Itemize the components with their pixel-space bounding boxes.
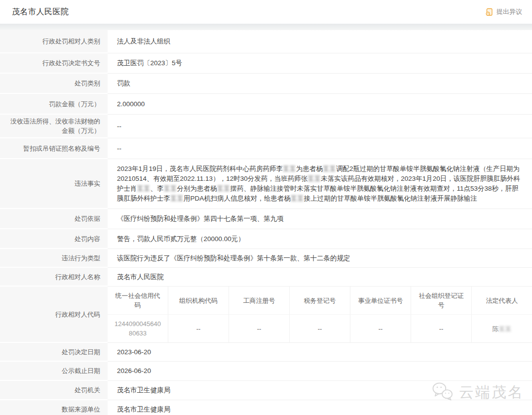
row-counterpart-name: 行政相对人名称 茂名市人民医院 bbox=[0, 268, 532, 287]
illegal-facts-text: 2023年1月19日，茂名市人民医院药剂科中心药房药师李某某为患者杨某某调配2瓶… bbox=[117, 164, 523, 204]
field-label: 行政处罚相对人类别 bbox=[0, 30, 108, 53]
row-publicity-end-date: 公示截止日期 2026-06-20 bbox=[0, 362, 532, 381]
row-penalty-category: 处罚类别 罚款 bbox=[0, 74, 532, 94]
field-value: 法人及非法人组织 bbox=[108, 30, 532, 53]
credit-code-value: 124409004564080633 bbox=[114, 319, 162, 338]
corp-col-header: 事业单位证书号 bbox=[350, 287, 411, 314]
business-reg-no-value: -- bbox=[228, 314, 289, 342]
field-value: 该医院行为违反了《医疗纠纷预防和处理条例》第十条第一款、第十二条的规定 bbox=[108, 249, 532, 268]
row-confiscation-amount: 没收违法所得、没收非法财物的金额（万元） -- bbox=[0, 115, 532, 138]
row-data-source: 数据来源单位 茂名市卫生健康局 bbox=[0, 400, 532, 415]
text-segment: 为患者杨 bbox=[296, 165, 323, 172]
redacted-name: 某某 bbox=[307, 175, 321, 182]
text-segment: 陈 bbox=[493, 324, 499, 333]
field-label: 没收违法所得、没收非法财物的金额（万元） bbox=[0, 115, 108, 138]
corp-table-header-row: 统一社会信用代码 组织机构代码 工商注册号 税务登记号 事业单位证书号 社会组织… bbox=[108, 287, 532, 314]
raise-objection-button[interactable]: 提出异议 bbox=[485, 7, 522, 16]
unified-social-credit-code: 124409004564080633 bbox=[108, 314, 168, 342]
redacted-name: 某某 bbox=[170, 195, 184, 202]
corp-col-header: 组织机构代码 bbox=[168, 287, 228, 314]
field-label: 行政相对人名称 bbox=[0, 268, 108, 287]
institution-cert-no-value: -- bbox=[350, 314, 411, 342]
field-label: 行政相对人代码 bbox=[0, 287, 108, 343]
row-violation-type: 违法行为类型 该医院行为违反了《医疗纠纷预防和处理条例》第十条第一款、第十二条的… bbox=[0, 249, 532, 268]
objection-document-icon bbox=[485, 8, 494, 16]
redacted-name: 某某 bbox=[323, 165, 336, 172]
redacted-name: 某某 bbox=[164, 185, 177, 192]
text-segment: 接上过期的甘草酸单铵半胱氨酸氯化钠注射液开展静脉输注 bbox=[304, 195, 477, 202]
redacted-name: 某某 bbox=[217, 185, 230, 192]
field-label: 处罚决定日期 bbox=[0, 343, 108, 362]
field-value: -- bbox=[108, 138, 532, 159]
corp-col-header: 工商注册号 bbox=[228, 287, 289, 314]
header-divider-band bbox=[0, 24, 532, 30]
field-value: 茂名市卫生健康局 bbox=[108, 400, 532, 415]
row-penalty-basis: 处罚依据 《医疗纠纷预防和处理条例》第四十七条第一项、第九项 bbox=[0, 209, 532, 229]
penalty-record-page: 茂名市人民医院 提出异议 行政处罚相对人类别 法人及非法人组织 行政处罚决定书文… bbox=[0, 0, 532, 415]
row-decision-date: 处罚决定日期 2023-06-20 bbox=[0, 343, 532, 362]
row-counterpart-code: 行政相对人代码 统一社会信用代码 组织机构代码 工商注册号 税务登记号 事业单位… bbox=[0, 287, 532, 343]
redacted-name: 某某 bbox=[291, 195, 304, 202]
field-value: 2023-06-20 bbox=[108, 343, 532, 362]
redacted-name: 某某 bbox=[137, 185, 151, 192]
field-label: 违法行为类型 bbox=[0, 249, 108, 268]
field-label: 罚款金额（万元） bbox=[0, 94, 108, 115]
text-segment: 分别为患者杨 bbox=[177, 185, 217, 192]
counterpart-code-table: 统一社会信用代码 组织机构代码 工商注册号 税务登记号 事业单位证书号 社会组织… bbox=[108, 287, 532, 343]
field-label: 公示截止日期 bbox=[0, 362, 108, 381]
row-decision-doc-no: 行政处罚决定书文号 茂卫医罚〔2023〕5号 bbox=[0, 53, 532, 74]
field-value: 《医疗纠纷预防和处理条例》第四十七条第一项、第九项 bbox=[108, 209, 532, 229]
row-fine-amount: 罚款金额（万元） 2.000000 bbox=[0, 94, 532, 115]
field-value: 罚款 bbox=[108, 74, 532, 94]
field-label: 处罚内容 bbox=[0, 229, 108, 249]
field-value: 茂名市人民医院 bbox=[108, 268, 532, 287]
social-org-reg-no-value: -- bbox=[411, 314, 471, 342]
text-segment: 用PDA机扫病人信息核对，给患者杨 bbox=[184, 195, 291, 202]
field-value: 警告，罚款人民币贰万元整（20000.00元） bbox=[108, 229, 532, 249]
field-value: 2026-06-20 bbox=[108, 362, 532, 381]
field-value: 2023年1月19日，茂名市人民医院药剂科中心药房药师李某某为患者杨某某调配2瓶… bbox=[108, 159, 532, 209]
objection-label: 提出异议 bbox=[496, 7, 522, 16]
field-label: 行政处罚决定书文号 bbox=[0, 53, 108, 74]
field-value: -- bbox=[108, 115, 532, 138]
field-value: 茂卫医罚〔2023〕5号 bbox=[108, 53, 532, 74]
row-penalty-content: 处罚内容 警告，罚款人民币贰万元整（20000.00元） bbox=[0, 229, 532, 249]
row-license-revocation: 暂扣或吊销证照名称及编号 -- bbox=[0, 138, 532, 159]
field-label: 处罚依据 bbox=[0, 209, 108, 229]
redacted-name: 某某 bbox=[499, 324, 512, 333]
corp-table-values-row: 124409004564080633 -- -- -- -- -- 陈某某 bbox=[108, 314, 532, 342]
text-segment: 2023年1月19日，茂名市人民医院药剂科中心药房药师李 bbox=[117, 165, 283, 172]
legal-representative-value: 陈某某 bbox=[471, 314, 532, 342]
corp-col-header: 法定代表人 bbox=[471, 287, 532, 314]
redacted-name: 某某 bbox=[283, 165, 296, 172]
corp-col-header: 统一社会信用代码 bbox=[108, 287, 168, 314]
field-label: 暂扣或吊销证照名称及编号 bbox=[0, 138, 108, 159]
field-label: 处罚机关 bbox=[0, 381, 108, 400]
top-bar: 茂名市人民医院 提出异议 bbox=[0, 0, 532, 24]
org-code-value: -- bbox=[168, 314, 228, 342]
corp-col-header: 社会组织登记证号 bbox=[411, 287, 471, 314]
field-label: 处罚类别 bbox=[0, 74, 108, 94]
tax-reg-no-value: -- bbox=[289, 314, 350, 342]
text-segment: 、李 bbox=[151, 185, 164, 192]
field-label: 违法事实 bbox=[0, 159, 108, 209]
row-subject-category: 行政处罚相对人类别 法人及非法人组织 bbox=[0, 30, 532, 53]
row-illegal-facts: 违法事实 2023年1月19日，茂名市人民医院药剂科中心药房药师李某某为患者杨某… bbox=[0, 159, 532, 209]
row-penalty-authority: 处罚机关 茂名市卫生健康局 bbox=[0, 381, 532, 400]
field-label: 数据来源单位 bbox=[0, 400, 108, 415]
field-value: 2.000000 bbox=[108, 94, 532, 115]
page-title: 茂名市人民医院 bbox=[12, 7, 69, 17]
field-value: 茂名市卫生健康局 bbox=[108, 381, 532, 400]
corp-col-header: 税务登记号 bbox=[289, 287, 350, 314]
